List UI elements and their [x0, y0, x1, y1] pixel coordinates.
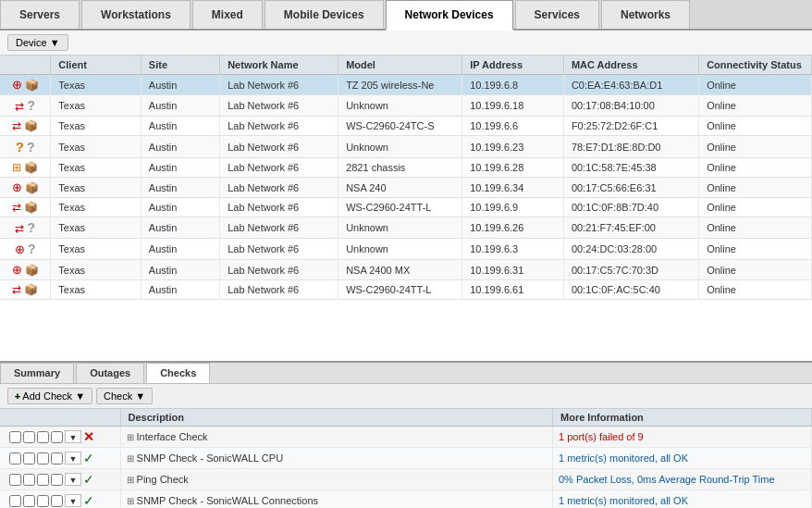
check-checkbox-4[interactable] — [51, 495, 63, 507]
row-ip: 10.199.6.9 — [462, 198, 564, 217]
row-ip: 10.199.6.23 — [462, 136, 564, 158]
check-menu-button[interactable]: Check ▼ — [96, 388, 153, 404]
row-model: WS-C2960-24TT-L — [338, 280, 462, 300]
tab-workstations[interactable]: Workstations — [81, 0, 191, 29]
check-checkbox-3[interactable] — [37, 495, 49, 507]
check-row[interactable]: ▼ ✓ ⊞ SNMP Check - SonicWALL Connections… — [0, 490, 812, 509]
row-mac: 00:17:08:B4:10:00 — [563, 95, 698, 117]
check-arrow-btn[interactable]: ▼ — [65, 473, 81, 486]
row-network-name: Lab Network #6 — [220, 239, 338, 260]
row-model: Unknown — [338, 136, 462, 158]
table-row[interactable]: ? ? Texas Austin Lab Network #6 Unknown … — [0, 136, 812, 158]
checks-toolbar: + + Add Check ▼ Check ▼ — [0, 384, 812, 409]
check-more-link[interactable]: 1 port(s) failed of 9 — [559, 431, 644, 442]
row-ip: 10.199.6.34 — [462, 178, 564, 198]
row-mac: 78:E7:D1:8E:8D:D0 — [563, 136, 698, 158]
device-type-icon: ⇄ — [12, 284, 21, 295]
row-network-name: Lab Network #6 — [220, 217, 338, 239]
tab-mobile-devices[interactable]: Mobile Devices — [265, 0, 384, 29]
row-site: Austin — [141, 260, 219, 280]
table-row[interactable]: ⊕ 📦 Texas Austin Lab Network #6 TZ 205 w… — [0, 75, 812, 95]
row-icons: ⊕ 📦 — [0, 178, 51, 198]
row-client: Texas — [51, 136, 141, 158]
table-row[interactable]: ⇄ 📦 Texas Austin Lab Network #6 WS-C2960… — [0, 280, 812, 300]
row-connectivity-status: Online — [699, 280, 812, 300]
check-checkbox-2[interactable] — [23, 495, 35, 507]
row-model: WS-C2960-24TT-L — [338, 198, 462, 217]
row-site: Austin — [141, 217, 219, 239]
tab-summary[interactable]: Summary — [0, 363, 74, 383]
check-pass-icon: ✓ — [83, 472, 94, 487]
check-checkbox-1[interactable] — [9, 495, 21, 507]
col-client-header: Client — [51, 56, 141, 75]
device-menu-button[interactable]: Device ▼ — [7, 34, 68, 51]
check-checkbox-2[interactable] — [23, 474, 35, 486]
table-row[interactable]: ⊕ ? Texas Austin Lab Network #6 Unknown … — [0, 239, 812, 260]
add-check-button[interactable]: + + Add Check ▼ — [7, 388, 92, 404]
bottom-tabs: Summary Outages Checks — [0, 363, 812, 384]
check-checkbox-1[interactable] — [9, 452, 21, 465]
table-row[interactable]: ⊕ 📦 Texas Austin Lab Network #6 NSA 2400… — [0, 260, 812, 280]
row-connectivity-status: Online — [699, 217, 812, 239]
check-checkbox-3[interactable] — [37, 452, 49, 465]
col-ip-header: IP Address — [462, 56, 564, 75]
row-network-name: Lab Network #6 — [220, 280, 338, 300]
row-ip: 10.199.6.28 — [462, 158, 564, 178]
row-network-name: Lab Network #6 — [220, 75, 338, 95]
table-row[interactable]: ⇄ 📦 Texas Austin Lab Network #6 WS-C2960… — [0, 198, 812, 217]
checks-table: Description More Information ▼ ✕ ⊞ Inter… — [0, 409, 812, 508]
check-description: ⊞ Interface Check — [120, 427, 553, 448]
check-row[interactable]: ▼ ✓ ⊞ Ping Check 0% Packet Loss, 0ms Ave… — [0, 469, 812, 490]
tab-network-devices[interactable]: Network Devices — [386, 0, 513, 31]
checks-section: Description More Information ▼ ✕ ⊞ Inter… — [0, 409, 812, 508]
row-client: Texas — [51, 260, 141, 280]
check-arrow-btn[interactable]: ▼ — [65, 494, 81, 507]
tab-services[interactable]: Services — [515, 0, 599, 29]
row-client: Texas — [51, 239, 141, 260]
tab-mixed[interactable]: Mixed — [192, 0, 263, 29]
check-checkbox-3[interactable] — [37, 474, 49, 486]
col-netname-header: Network Name — [220, 56, 338, 75]
row-connectivity-status: Online — [699, 95, 812, 117]
tab-outages[interactable]: Outages — [76, 363, 144, 383]
check-more-link[interactable]: 1 metric(s) monitored, all OK — [559, 452, 688, 464]
check-row[interactable]: ▼ ✓ ⊞ SNMP Check - SonicWALL CPU 1 metri… — [0, 448, 812, 469]
check-desc-icon: ⊞ — [127, 432, 134, 442]
check-more-link[interactable]: 0% Packet Loss, 0ms Average Round-Trip T… — [559, 474, 775, 485]
check-pass-icon: ✓ — [83, 493, 94, 508]
tab-servers[interactable]: Servers — [0, 0, 80, 29]
col-site-header: Site — [141, 56, 219, 75]
table-row[interactable]: ⊞ 📦 Texas Austin Lab Network #6 2821 cha… — [0, 158, 812, 178]
row-mac: 00:24:DC:03:28:00 — [563, 239, 698, 260]
check-checkbox-3[interactable] — [37, 431, 49, 443]
row-mac: C0:EA:E4:63:BA:D1 — [563, 75, 698, 95]
row-network-name: Lab Network #6 — [220, 178, 338, 198]
check-checkbox-1[interactable] — [9, 474, 21, 486]
row-network-name: Lab Network #6 — [220, 158, 338, 178]
check-checkbox-2[interactable] — [23, 431, 35, 443]
check-row[interactable]: ▼ ✕ ⊞ Interface Check 1 port(s) failed o… — [0, 427, 812, 448]
table-row[interactable]: ⇄ 📦 Texas Austin Lab Network #6 WS-C2960… — [0, 117, 812, 136]
table-row[interactable]: ⇄ ? Texas Austin Lab Network #6 Unknown … — [0, 95, 812, 117]
tab-networks[interactable]: Networks — [601, 0, 690, 29]
check-checkbox-4[interactable] — [51, 474, 63, 486]
device-status-icon: 📦 — [24, 162, 38, 173]
table-row[interactable]: ⊕ 📦 Texas Austin Lab Network #6 NSA 240 … — [0, 178, 812, 198]
check-arrow-btn[interactable]: ▼ — [65, 430, 81, 443]
check-checkbox-2[interactable] — [23, 452, 35, 465]
tab-checks[interactable]: Checks — [146, 363, 210, 383]
check-arrow-btn[interactable]: ▼ — [65, 452, 81, 465]
row-connectivity-status: Online — [699, 136, 812, 158]
check-checkbox-4[interactable] — [51, 452, 63, 465]
device-status-icon: ? — [28, 244, 36, 255]
check-checkbox-1[interactable] — [9, 431, 21, 443]
check-more-info: 1 port(s) failed of 9 — [553, 427, 812, 448]
check-checkbox-4[interactable] — [51, 431, 63, 443]
row-model: NSA 2400 MX — [338, 260, 462, 280]
device-status-icon: 📦 — [25, 265, 39, 276]
row-site: Austin — [141, 95, 219, 117]
table-row[interactable]: ⇄ ? Texas Austin Lab Network #6 Unknown … — [0, 217, 812, 239]
check-more-link[interactable]: 1 metric(s) monitored, all OK — [559, 495, 688, 506]
row-ip: 10.199.6.61 — [462, 280, 564, 300]
row-site: Austin — [141, 280, 219, 300]
